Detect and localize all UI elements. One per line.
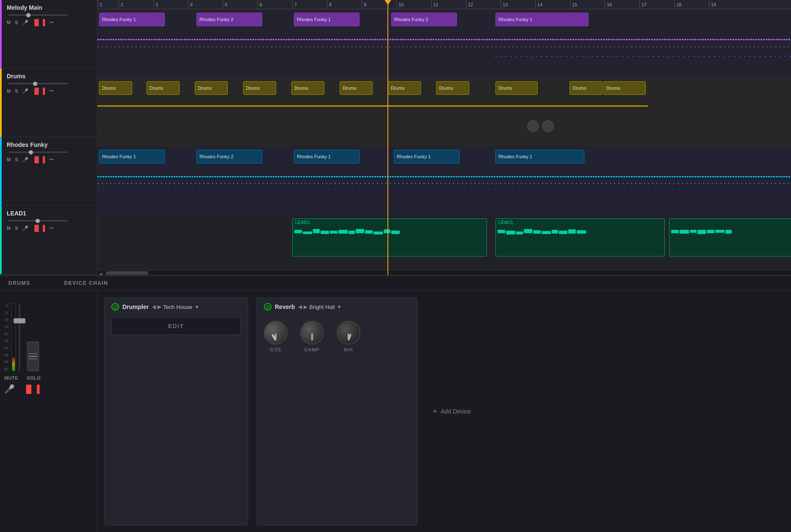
reverb-damp-knob[interactable] xyxy=(300,321,324,345)
drums-clip-7[interactable]: Drums xyxy=(388,81,421,95)
drumpler-power-btn[interactable]: ⏻ xyxy=(111,303,119,311)
rhodes-volume-slider[interactable] xyxy=(8,152,68,153)
ruler-marks: 1 2 3 4 5 6 7 8 9 10 11 12 13 14 xyxy=(97,0,791,9)
melody-clip-4[interactable]: Rhodes Funky 2 xyxy=(391,13,457,26)
drums-clip-4[interactable]: Drums xyxy=(243,81,276,95)
mixer-fader-area: 0 12 18 24 30 36 42 48 54 60 xyxy=(4,295,93,371)
lead1-notes-2 xyxy=(496,226,664,235)
reverb-size-knob[interactable] xyxy=(264,321,288,345)
track-header-lead1: LEAD1 M S 🎤 ▐▌▐ 〜 xyxy=(0,206,97,274)
reverb-device-header: ⏻ Reverb ◀ ▶ Bright Hall ▾ xyxy=(264,303,410,311)
drumpler-next-preset-btn[interactable]: ▶ xyxy=(158,304,161,310)
drums-clip-8[interactable]: Drums xyxy=(436,81,469,95)
drumpler-preset-dropdown[interactable]: ▾ xyxy=(196,304,198,310)
drums-arm-btn[interactable]: 🎤 xyxy=(22,88,28,94)
melody-arm-btn[interactable]: 🎤 xyxy=(22,20,28,25)
mixer-mic-icon[interactable]: 🎤 xyxy=(4,384,15,394)
rhodes-clip-2[interactable]: Rhodes Funky 2 xyxy=(196,150,262,163)
drums-mixer-btn[interactable]: ▐▌▐ xyxy=(33,88,45,94)
mixer-solo-btn[interactable]: SOLO xyxy=(27,375,41,380)
mixer-icons: 🎤 ▐▌▐ xyxy=(4,384,93,394)
fader-handle[interactable] xyxy=(14,318,25,323)
melody-clip-5[interactable]: Rhodes Funky 1 xyxy=(495,13,589,26)
drumpler-device: ⏻ Drumpler ◀ ▶ Tech House ▾ EDIT xyxy=(104,298,248,525)
drums-clip-9[interactable]: Drums xyxy=(495,81,538,95)
ruler-mark-8: 8 xyxy=(327,0,362,9)
scrollbar-thumb[interactable] xyxy=(106,271,148,275)
lead1-mixer-btn[interactable]: ▐▌▐ xyxy=(33,225,45,232)
lead1-mute-btn[interactable]: M xyxy=(7,226,11,231)
plus-icon: + xyxy=(433,407,437,416)
reverb-next-preset-btn[interactable]: ▶ xyxy=(304,304,307,310)
rhodes-clip-5[interactable]: Rhodes Funky 1 xyxy=(495,150,584,163)
mixer-fader-block[interactable] xyxy=(27,342,39,371)
ruler-mark-15: 15 xyxy=(570,0,605,9)
reverb-mix-knob[interactable] xyxy=(337,321,360,345)
drums-clip-2[interactable]: Drums xyxy=(147,81,180,95)
rhodes-clip-4[interactable]: Rhodes Funky 1 xyxy=(394,150,459,163)
mixer-fader-track xyxy=(19,303,20,371)
mixer-bars-icon[interactable]: ▐▌▐ xyxy=(23,385,39,394)
mixer-mute-btn[interactable]: MUTE xyxy=(4,375,18,380)
melody-mute-btn[interactable]: M xyxy=(7,20,11,25)
rhodes-solo-btn[interactable]: S xyxy=(15,157,18,162)
lead1-auto-btn[interactable]: 〜 xyxy=(49,225,54,232)
add-device-btn[interactable]: + Add Device xyxy=(426,402,478,421)
drums-clip-6[interactable]: Drums xyxy=(340,81,373,95)
lead1-clip-1[interactable]: LEAD1 xyxy=(292,218,487,256)
reverb-power-btn[interactable]: ⏻ xyxy=(264,303,271,311)
drums-clip-3[interactable]: Drums xyxy=(195,81,228,95)
melody-clip-2[interactable]: Rhodes Funky 2 xyxy=(196,13,262,26)
rhodes-mute-btn[interactable]: M xyxy=(7,157,11,162)
drums-solo-btn[interactable]: S xyxy=(15,88,18,94)
lead1-clip-3[interactable] xyxy=(669,218,791,256)
level-bar xyxy=(12,357,15,371)
rhodes-arm-btn[interactable]: 🎤 xyxy=(22,157,28,163)
reverb-prev-preset-btn[interactable]: ◀ xyxy=(298,304,302,310)
rhodes-mixer-btn[interactable]: ▐▌▐ xyxy=(33,156,45,163)
horizontal-scrollbar[interactable]: ◀ xyxy=(97,270,791,275)
melody-volume-slider[interactable] xyxy=(8,14,68,16)
melody-auto-btn[interactable]: 〜 xyxy=(49,19,54,26)
drumpler-edit-btn[interactable]: EDIT xyxy=(111,317,241,335)
drums-volume-slider[interactable] xyxy=(8,83,68,84)
track-content[interactable]: 1 2 3 4 5 6 7 8 9 10 11 12 13 14 xyxy=(97,0,791,275)
lead1-clip-2[interactable]: LEAD1 xyxy=(495,218,665,256)
ruler-mark-14: 14 xyxy=(535,0,570,9)
drums-midi-line2 xyxy=(495,105,648,107)
scroll-left-arrow[interactable]: ◀ xyxy=(99,272,102,275)
melody-clip-3[interactable]: Rhodes Funky 1 xyxy=(294,13,360,26)
rhodes-controls: M S 🎤 ▐▌▐ 〜 xyxy=(7,156,94,163)
drums-controls: M S 🎤 ▐▌▐ 〜 xyxy=(7,88,94,94)
reverb-knobs: SIZE DAMP xyxy=(264,321,410,352)
drums-clip-5[interactable]: Drums xyxy=(291,81,324,95)
lead1-volume-slider[interactable] xyxy=(8,220,68,221)
drums-auto-btn[interactable]: 〜 xyxy=(49,88,54,94)
rhodes-auto-btn[interactable]: 〜 xyxy=(49,157,54,163)
melody-clip-1[interactable]: Rhodes Funky 1 xyxy=(99,13,165,26)
rhodes-slider-row xyxy=(7,152,94,153)
lead1-arm-btn[interactable]: 🎤 xyxy=(22,226,28,231)
cursor-circle-1 xyxy=(527,120,539,132)
rhodes-midi-dots2 xyxy=(97,189,791,190)
track-row-melody: Rhodes Funky 1 Rhodes Funky 2 Rhodes Fun… xyxy=(97,9,791,78)
rhodes-clip-1[interactable]: Rhodes Funky 1 xyxy=(99,150,165,163)
volume-fader[interactable] xyxy=(19,303,20,371)
rhodes-clip-3[interactable]: Rhodes Funky 1 xyxy=(294,150,360,163)
lead1-solo-btn[interactable]: S xyxy=(15,226,18,231)
reverb-damp-label: DAMP xyxy=(304,347,320,352)
melody-solo-btn[interactable]: S xyxy=(15,20,18,25)
drums-clip-10[interactable]: Drums xyxy=(570,81,603,95)
drumpler-prev-preset-btn[interactable]: ◀ xyxy=(152,304,156,310)
reverb-preset-dropdown[interactable]: ▾ xyxy=(338,304,340,310)
melody-midi-pattern xyxy=(97,39,791,40)
rhodes-slider-thumb xyxy=(29,150,33,154)
ruler-mark-13: 13 xyxy=(501,0,535,9)
drums-clip-1[interactable]: Drums xyxy=(99,81,132,95)
drumpler-device-name: Drumpler xyxy=(122,303,149,310)
ruler-mark-12: 12 xyxy=(466,0,501,9)
ruler-mark-7: 7 xyxy=(292,0,327,9)
drums-clip-11[interactable]: Drums xyxy=(603,81,646,95)
melody-mixer-btn[interactable]: ▐▌▐ xyxy=(33,19,45,26)
drums-mute-btn[interactable]: M xyxy=(7,88,11,94)
